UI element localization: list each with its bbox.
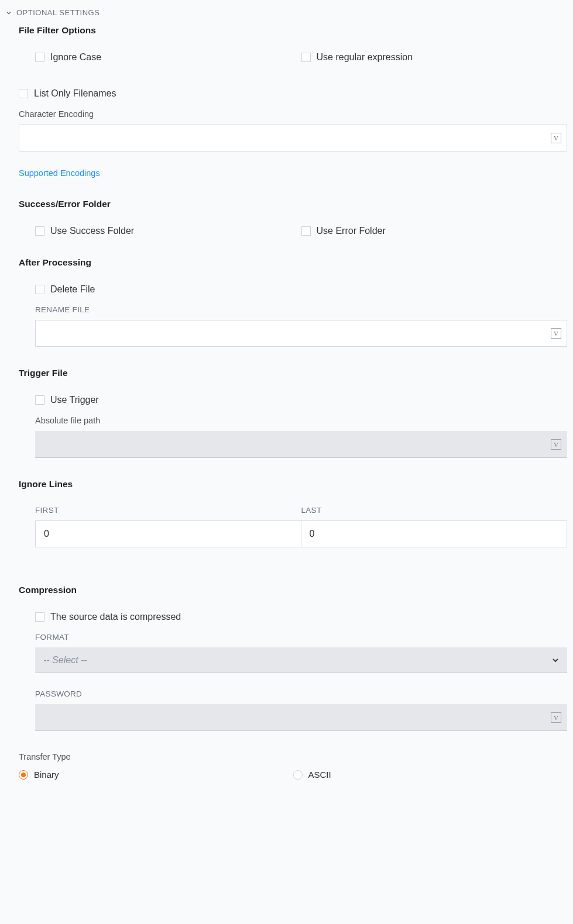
checkbox-box-icon [19, 89, 28, 98]
trigger-file-title: Trigger File [19, 368, 567, 378]
checkbox-box-icon [301, 226, 311, 236]
checkbox-box-icon [35, 285, 44, 294]
after-processing-title: After Processing [19, 257, 567, 268]
use-error-folder-label: Use Error Folder [317, 226, 386, 236]
format-placeholder: -- Select -- [43, 655, 87, 666]
optional-settings-title: OPTIONAL SETTINGS [16, 8, 99, 17]
absolute-path-label: Absolute file path [35, 416, 567, 425]
list-only-filenames-label: List Only Filenames [34, 88, 116, 99]
first-input[interactable] [35, 520, 301, 547]
delete-file-checkbox[interactable]: Delete File [35, 284, 567, 295]
file-filter-title: File Filter Options [19, 25, 567, 36]
use-trigger-label: Use Trigger [50, 395, 99, 405]
use-error-folder-checkbox[interactable]: Use Error Folder [301, 226, 568, 236]
binary-label: Binary [34, 770, 59, 780]
success-error-title: Success/Error Folder [19, 199, 567, 209]
use-success-folder-checkbox[interactable]: Use Success Folder [35, 226, 301, 236]
ignore-lines-title: Ignore Lines [19, 479, 567, 489]
ascii-label: ASCII [308, 770, 331, 780]
list-only-filenames-checkbox[interactable]: List Only Filenames [19, 88, 567, 99]
binary-radio[interactable]: Binary [19, 770, 293, 780]
variable-picker-icon: V [551, 712, 561, 723]
checkbox-box-icon [35, 612, 44, 622]
chevron-down-icon [552, 657, 559, 664]
transfer-type-label: Transfer Type [19, 752, 567, 761]
source-compressed-checkbox[interactable]: The source data is compressed [35, 612, 567, 622]
ignore-case-label: Ignore Case [50, 52, 101, 63]
use-regex-checkbox[interactable]: Use regular expression [301, 52, 568, 63]
checkbox-box-icon [35, 395, 44, 405]
ignore-case-checkbox[interactable]: Ignore Case [35, 52, 301, 63]
use-regex-label: Use regular expression [317, 52, 413, 63]
source-compressed-label: The source data is compressed [50, 612, 181, 622]
checkbox-box-icon [301, 53, 311, 62]
format-label: FORMAT [35, 633, 567, 642]
use-trigger-checkbox[interactable]: Use Trigger [35, 395, 567, 405]
supported-encodings-link[interactable]: Supported Encodings [19, 168, 100, 178]
password-label: PASSWORD [35, 689, 567, 698]
last-input[interactable] [301, 520, 568, 547]
variable-picker-icon[interactable]: V [551, 328, 561, 339]
format-select: -- Select -- [35, 647, 567, 673]
absolute-path-input [35, 431, 567, 458]
rename-file-label: RENAME FILE [35, 305, 567, 314]
password-input [35, 704, 567, 731]
checkbox-box-icon [35, 53, 44, 62]
ascii-radio[interactable]: ASCII [293, 770, 568, 780]
compression-title: Compression [19, 585, 567, 595]
checkbox-box-icon [35, 226, 44, 236]
character-encoding-input[interactable] [19, 125, 567, 151]
variable-picker-icon: V [551, 439, 561, 450]
last-label: LAST [301, 506, 568, 515]
delete-file-label: Delete File [50, 284, 95, 295]
optional-settings-header[interactable]: OPTIONAL SETTINGS [0, 0, 573, 25]
character-encoding-label: Character Encoding [19, 109, 567, 119]
use-success-folder-label: Use Success Folder [50, 226, 134, 236]
chevron-down-icon [6, 10, 12, 16]
radio-unselected-icon [293, 770, 303, 780]
radio-selected-icon [19, 770, 28, 780]
first-label: FIRST [35, 506, 301, 515]
rename-file-input[interactable] [35, 320, 567, 347]
variable-picker-icon[interactable]: V [551, 133, 561, 143]
